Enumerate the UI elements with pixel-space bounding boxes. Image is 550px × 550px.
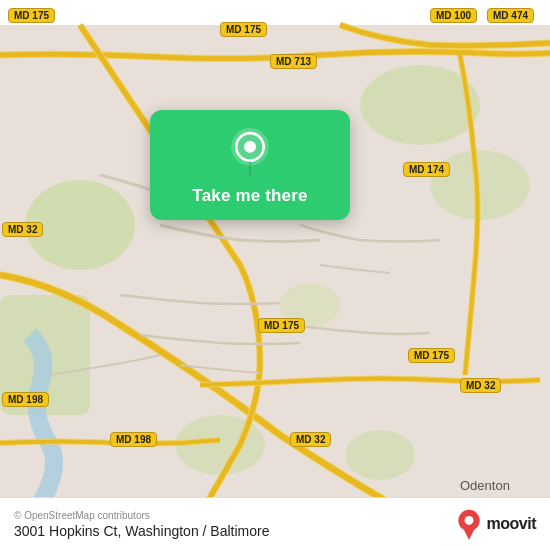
attribution-text: © OpenStreetMap contributors (14, 510, 270, 521)
road-label-md198-mid: MD 198 (110, 432, 157, 447)
address-block: © OpenStreetMap contributors 3001 Hopkin… (14, 510, 270, 539)
map-svg: Odenton (0, 0, 550, 550)
take-me-there-button[interactable]: Take me there (192, 186, 307, 206)
road-label-md713: MD 713 (270, 54, 317, 69)
map-container: Odenton MD 175 MD 175 MD 100 MD 713 MD 4… (0, 0, 550, 550)
road-label-md198: MD 198 (2, 392, 49, 407)
road-label-md100: MD 100 (430, 8, 477, 23)
moovit-pin-icon (455, 508, 483, 540)
svg-point-6 (345, 430, 415, 480)
address-text: 3001 Hopkins Ct, Washington / Baltimore (14, 523, 270, 539)
moovit-logo: moovit (455, 508, 536, 540)
road-label-md175-top-left: MD 175 (8, 8, 55, 23)
road-label-md474: MD 474 (487, 8, 534, 23)
road-label-md175-btm-right: MD 175 (408, 348, 455, 363)
road-label-md175-top-mid: MD 175 (220, 22, 267, 37)
road-label-md175-btm-left: MD 175 (258, 318, 305, 333)
popup-card[interactable]: Take me there (150, 110, 350, 220)
road-label-md32-btm-right: MD 32 (460, 378, 501, 393)
location-pin-icon (226, 128, 274, 176)
road-label-md174: MD 174 (403, 162, 450, 177)
svg-point-13 (464, 516, 473, 525)
svg-point-11 (244, 141, 256, 153)
bottom-bar: © OpenStreetMap contributors 3001 Hopkin… (0, 497, 550, 550)
svg-text:Odenton: Odenton (460, 478, 510, 493)
road-label-md32-left: MD 32 (2, 222, 43, 237)
road-label-md32-btm-mid: MD 32 (290, 432, 331, 447)
moovit-wordmark: moovit (487, 515, 536, 533)
